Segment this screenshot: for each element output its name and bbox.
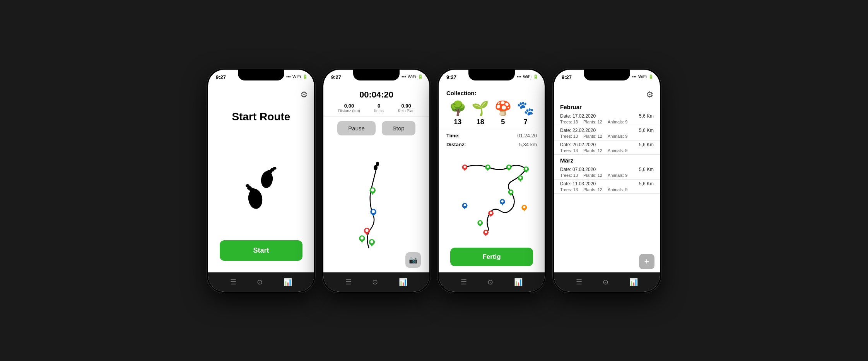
svg-point-24	[370, 240, 373, 243]
svg-marker-11	[370, 191, 375, 195]
pause-button[interactable]: Pause	[337, 121, 376, 135]
status-time-3: 9:27	[446, 74, 456, 80]
status-icons-4: ▪▪▪ WiFi 🔋	[632, 74, 654, 79]
entry-animals-1702: Animals: 9	[608, 120, 627, 124]
screen-content-3: Collection: 🌳 13 🌱 18 🍄 5 �	[439, 87, 545, 272]
start-button[interactable]: Start	[220, 240, 302, 261]
signal-icon-1: ▪▪▪	[286, 74, 291, 79]
signal-icon-4: ▪▪▪	[632, 74, 637, 79]
wifi-icon-1: WiFi	[292, 74, 301, 79]
stat-distanz-val: 0,00	[338, 103, 360, 109]
entry-0703[interactable]: Date: 07.03.2020 5,6 Km Trees: 13 Plants…	[554, 165, 660, 180]
stat-plan-val: 0,00	[398, 103, 415, 109]
entry-animals-0703: Animals: 9	[608, 173, 627, 178]
tab-mic-2[interactable]: ⊙	[372, 278, 378, 286]
app-title-1: Start Route	[208, 111, 314, 123]
svg-point-18	[366, 229, 369, 232]
phone3: 9:27 ▪▪▪ WiFi 🔋 Collection: 🌳 13 🌱 18	[437, 68, 546, 293]
distanz-value: 5,34 km	[519, 142, 537, 147]
svg-point-4	[260, 170, 274, 189]
tab-list-2[interactable]: ☰	[345, 278, 352, 286]
tab-chart-2[interactable]: 📊	[399, 278, 407, 286]
battery-icon-3: 🔋	[533, 74, 538, 79]
svg-marker-23	[369, 243, 374, 246]
entry-trees-1702: Trees: 13	[560, 120, 578, 124]
tracking-controls: Pause Stop	[323, 116, 429, 140]
entry-animals-1103: Animals: 9	[608, 187, 627, 192]
entry-km-0703: 5,6 Km	[639, 167, 654, 172]
tab-list-3[interactable]: ☰	[461, 278, 467, 286]
distanz-label: Distanz:	[446, 142, 466, 147]
svg-point-42	[487, 166, 489, 168]
tab-mic-4[interactable]: ⊙	[603, 278, 608, 286]
time-label: Time:	[446, 133, 460, 139]
entry-1103[interactable]: Date: 11.03.2020 5,6 Km Trees: 13 Plants…	[554, 180, 660, 194]
stat-plan-label: Kein Plan	[398, 109, 415, 113]
entry-date-0703: Date: 07.03.2020	[560, 167, 596, 172]
svg-point-54	[510, 190, 512, 193]
status-icons-2: ▪▪▪ WiFi 🔋	[402, 74, 423, 79]
svg-point-12	[371, 188, 374, 192]
tab-mic-3[interactable]: ⊙	[487, 278, 493, 286]
entry-trees-2602: Trees: 13	[560, 148, 578, 153]
paw-count: 7	[517, 118, 534, 126]
collection-map-svg	[442, 152, 542, 244]
tab-chart-1[interactable]: 📊	[284, 278, 292, 286]
tab-list-4[interactable]: ☰	[576, 278, 582, 286]
notch2	[353, 70, 400, 80]
stat-distanz-label: Distanz (km)	[338, 109, 360, 113]
entry-km-2602: 5,6 Km	[639, 142, 654, 147]
camera-button[interactable]: 📷	[405, 252, 421, 268]
phone4: 9:27 ▪▪▪ WiFi 🔋 ⚙ Februar Date: 17.02.20…	[553, 68, 661, 293]
svg-marker-14	[371, 212, 376, 216]
plant-emoji: 🌱	[472, 100, 489, 116]
notch1	[238, 70, 284, 80]
tab-chart-4[interactable]: 📊	[629, 278, 638, 286]
svg-point-30	[490, 212, 492, 214]
entry-2602[interactable]: Date: 26.02.2020 5,6 Km Trees: 13 Plants…	[554, 140, 660, 155]
signal-icon-3: ▪▪▪	[517, 74, 521, 79]
svg-point-21	[361, 236, 364, 240]
svg-point-9	[376, 161, 379, 166]
wifi-icon-4: WiFi	[638, 74, 647, 79]
entry-date-1702: Date: 17.02.2020	[560, 113, 596, 119]
tracking-map: 📷	[327, 140, 425, 272]
footprint-area	[208, 146, 314, 233]
entry-2202[interactable]: Date: 22.02.2020 5,6 Km Trees: 13 Plants…	[554, 126, 660, 140]
svg-point-45	[508, 166, 510, 168]
entry-km-1103: 5,6 Km	[639, 181, 654, 186]
stat-distanz: 0,00 Distanz (km)	[338, 103, 360, 113]
svg-point-15	[372, 210, 375, 213]
svg-point-60	[523, 206, 525, 208]
svg-point-51	[519, 176, 521, 178]
wifi-icon-3: WiFi	[523, 74, 531, 79]
stop-button[interactable]: Stop	[382, 121, 415, 135]
tab-chart-3[interactable]: 📊	[514, 278, 523, 286]
paw-emoji: 🐾	[517, 100, 534, 116]
svg-point-7	[273, 167, 277, 170]
settings-icon-1[interactable]: ⚙	[300, 90, 308, 100]
svg-point-36	[464, 204, 466, 206]
battery-icon-2: 🔋	[418, 74, 423, 79]
entry-1702[interactable]: Date: 17.02.2020 5,6 Km Trees: 13 Plants…	[554, 112, 660, 126]
status-time-2: 9:27	[331, 74, 341, 80]
collection-item-plant: 🌱 18	[472, 100, 489, 126]
tab-bar-3: ☰ ⊙ 📊	[439, 272, 545, 292]
entry-date-1103: Date: 11.03.2020	[560, 181, 596, 186]
tab-list-1[interactable]: ☰	[230, 278, 236, 286]
fertig-button[interactable]: Fertig	[450, 248, 533, 266]
battery-icon-4: 🔋	[648, 74, 654, 79]
collection-info: Time: 01.24.20 Distanz: 5,34 km	[439, 128, 545, 152]
add-button[interactable]: +	[639, 254, 654, 269]
collection-label: Collection:	[439, 87, 545, 98]
battery-icon-1: 🔋	[302, 74, 308, 79]
entry-plants-2202: Plants: 12	[583, 134, 602, 139]
status-icons-1: ▪▪▪ WiFi 🔋	[286, 74, 308, 79]
p1-header: ⚙	[208, 87, 314, 103]
tab-mic-1[interactable]: ⊙	[257, 278, 263, 286]
month-maerz: März	[554, 155, 660, 165]
mushroom-emoji: 🍄	[494, 100, 512, 116]
settings-icon-4[interactable]: ⚙	[646, 90, 654, 100]
phone1: 9:27 ▪▪▪ WiFi 🔋 ⚙ Start Route	[207, 68, 315, 293]
entry-trees-1103: Trees: 13	[560, 187, 578, 192]
